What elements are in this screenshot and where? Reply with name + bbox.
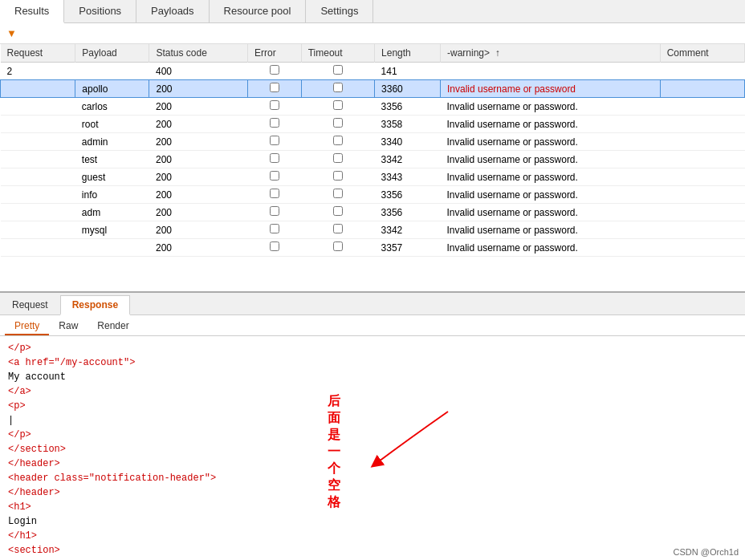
response-tab-raw[interactable]: Raw (49, 318, 88, 335)
response-code-area[interactable]: </p> <a href="/my-account"> My account <… (0, 336, 745, 560)
timeout-checkbox[interactable] (333, 100, 343, 110)
table-row[interactable]: apollo2003360Invalid username or passwor… (1, 80, 745, 98)
code-line: </h1> (8, 529, 737, 543)
col-comment[interactable]: Comment (660, 44, 744, 63)
table-row[interactable]: 2003357Invalid username or password. (1, 239, 745, 257)
tab-payloads[interactable]: Payloads (136, 0, 209, 22)
timeout-checkbox[interactable] (333, 171, 343, 181)
error-checkbox[interactable] (270, 136, 279, 145)
table-row[interactable]: root2003358Invalid username or password. (1, 116, 745, 133)
tab-resource-pool[interactable]: Resource pool (210, 0, 307, 22)
response-tab-render[interactable]: Render (88, 318, 138, 335)
table-row[interactable]: admin2003340Invalid username or password… (1, 133, 745, 151)
timeout-checkbox[interactable] (333, 189, 343, 198)
error-checkbox[interactable] (270, 206, 279, 216)
response-tab-pretty[interactable]: Pretty (5, 318, 49, 335)
error-checkbox[interactable] (270, 153, 279, 163)
error-checkbox[interactable] (270, 171, 279, 181)
timeout-checkbox[interactable] (333, 206, 343, 216)
tab-results[interactable]: Results (0, 0, 64, 23)
timeout-checkbox[interactable] (333, 136, 343, 145)
timeout-checkbox[interactable] (333, 65, 343, 75)
error-checkbox[interactable] (270, 118, 279, 128)
bottom-sub-tabs: Request Response (0, 293, 745, 315)
col-payload[interactable]: Payload (75, 44, 149, 63)
watermark: CSDN @Orch1d (674, 547, 739, 557)
tab-positions[interactable]: Positions (64, 0, 136, 22)
code-line: My account (8, 370, 737, 384)
timeout-checkbox[interactable] (333, 83, 343, 92)
col-status-code[interactable]: Status code (149, 44, 248, 63)
timeout-checkbox[interactable] (333, 241, 343, 251)
table-row[interactable]: 2400141 (1, 63, 745, 80)
sub-tab-response[interactable]: Response (60, 295, 130, 315)
bottom-panel: Request Response Pretty Raw Render </p> … (0, 293, 745, 560)
table-row[interactable]: info2003356Invalid username or password. (1, 186, 745, 204)
table-row[interactable]: guest2003343Invalid username or password… (1, 168, 745, 186)
table-row[interactable]: test2003342Invalid username or password. (1, 151, 745, 168)
code-line: </section> (8, 442, 737, 457)
timeout-checkbox[interactable] (333, 118, 343, 128)
filter-bar: ▼ (0, 23, 745, 44)
code-line: <h1> (8, 500, 737, 514)
code-line: Login (8, 514, 737, 529)
col-error[interactable]: Error (248, 44, 302, 63)
col-request[interactable]: Request (1, 44, 75, 63)
error-checkbox[interactable] (270, 65, 279, 75)
results-table: Request Payload Status code Error Timeou… (0, 44, 745, 257)
table-row[interactable]: adm2003356Invalid username or password. (1, 204, 745, 221)
error-checkbox[interactable] (270, 100, 279, 110)
response-sub-tabs: Pretty Raw Render (0, 315, 745, 336)
code-line: </a> (8, 384, 737, 399)
code-line: </p> (8, 341, 737, 355)
filter-icon: ▼ (6, 27, 17, 39)
code-line: | (8, 413, 737, 428)
main-tabs: Results Positions Payloads Resource pool… (0, 0, 745, 23)
error-checkbox[interactable] (270, 189, 279, 198)
code-line: </p> (8, 428, 737, 442)
error-checkbox[interactable] (270, 241, 279, 251)
error-checkbox[interactable] (270, 224, 279, 233)
code-line: <p> (8, 399, 737, 413)
code-line: </header> (8, 485, 737, 500)
code-line: </header> (8, 457, 737, 471)
code-line: <a href="/my-account"> (8, 355, 737, 370)
sub-tab-request[interactable]: Request (0, 295, 60, 314)
results-table-section[interactable]: Request Payload Status code Error Timeou… (0, 44, 745, 293)
code-line: <header class="notification-header"> (8, 471, 737, 485)
col-warning[interactable]: -warning> ↑ (440, 44, 660, 63)
code-line: <section> (8, 543, 737, 558)
table-body: 2400141apollo2003360Invalid username or … (1, 63, 745, 257)
table-row[interactable]: carlos2003356Invalid username or passwor… (1, 98, 745, 116)
table-header-row: Request Payload Status code Error Timeou… (1, 44, 745, 63)
timeout-checkbox[interactable] (333, 153, 343, 163)
tab-settings[interactable]: Settings (306, 0, 373, 22)
table-row[interactable]: mysql2003342Invalid username or password… (1, 221, 745, 239)
col-length[interactable]: Length (375, 44, 441, 63)
col-timeout[interactable]: Timeout (301, 44, 374, 63)
error-checkbox[interactable] (270, 83, 279, 92)
timeout-checkbox[interactable] (333, 224, 343, 233)
